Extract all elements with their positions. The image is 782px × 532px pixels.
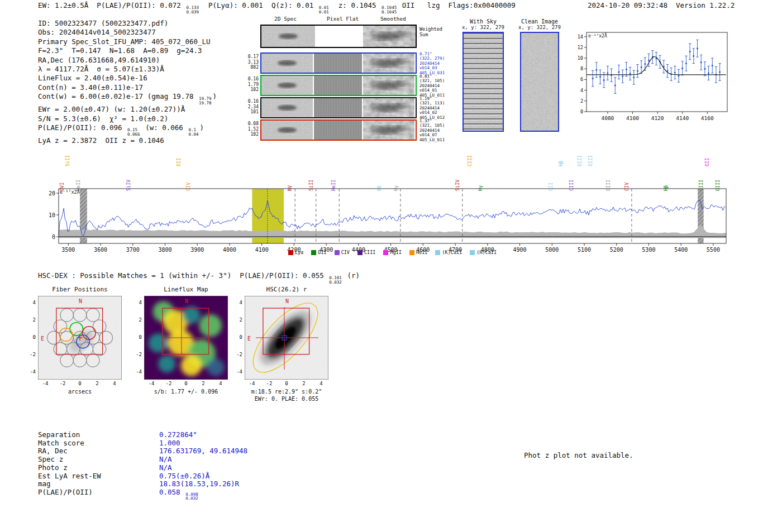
panel-plot: NE: [38, 296, 122, 380]
match-row: P(LAE)/P(OII)0.058 0.0980.032: [38, 488, 247, 501]
legend-label: OII: [318, 250, 326, 255]
spectrum-plot: 3500360037003800390040004100420043004400…: [49, 189, 726, 253]
legend-label: MgII: [390, 250, 401, 255]
legend-label: CIII: [364, 250, 375, 255]
x-axis-tick-label: 4: [109, 381, 120, 386]
svg-text:0: 0: [52, 234, 55, 240]
compass-east: E: [247, 336, 251, 342]
match-row: Spec zN/A: [38, 456, 247, 464]
y-axis-tick-label: 2: [128, 317, 142, 323]
full-spectrum-chart: 3500360037003800390040004100420043004400…: [32, 188, 731, 256]
legend-item: CIV: [335, 250, 350, 255]
legend-swatch: [311, 250, 316, 255]
spectral-line-label: OIII: [588, 155, 593, 166]
y-axis-tick-label: -4: [229, 369, 242, 375]
spectral-line-label: Hβ: [558, 161, 564, 166]
text-segment: HSC-DEX : Possible Matches = 1 (within +…: [38, 271, 328, 280]
panel-plot: NE: [245, 296, 328, 380]
legend-label: Lyα: [295, 250, 303, 255]
y-axis-tick-label: 2: [22, 317, 36, 323]
match-row: Match score1.000: [38, 439, 247, 448]
match-field-value: 18.83(18.53,19.26)R: [159, 480, 239, 488]
y-axis-tick-label: -2: [22, 352, 36, 357]
y-axis-tick-label: -4: [22, 369, 36, 375]
match-field-label: Est LyA rest-EW: [38, 472, 159, 481]
x-axis-tick-label: 4: [215, 381, 226, 386]
match-field-label: Match score: [38, 439, 159, 448]
panel-title: HSC(26.2) r: [245, 286, 328, 293]
legend-item: (H)CaII: [470, 250, 497, 255]
match-table: Separation0.272864"Match score1.000RA, D…: [38, 431, 247, 501]
legend-swatch: [335, 250, 340, 255]
y-axis-tick-label: 0: [22, 334, 36, 340]
y-axis-tick-label: 4: [229, 300, 242, 305]
match-field-label: RA, Dec: [38, 447, 159, 456]
text-segment: 1.000: [159, 439, 180, 447]
match-field-value: 0.75(±0.26)Å: [159, 472, 209, 480]
x-axis-label: arcsecs: [32, 389, 127, 395]
svg-text:10: 10: [49, 212, 55, 218]
match-field-value: 1.000: [159, 439, 180, 447]
match-field-label: Photo z: [38, 464, 159, 472]
legend-swatch: [409, 250, 414, 255]
y-axis-tick-label: 4: [128, 300, 142, 305]
x-axis-tick-label: 0: [180, 381, 192, 386]
compass-north: N: [79, 298, 82, 304]
spectral-line-label: OII: [176, 158, 182, 166]
hsc-match-header: HSC-DEX : Possible Matches = 1 (within +…: [38, 271, 360, 284]
hsc-image-panel: HSC(26.2) rNE420-2-4-4-2024m:18.5 re:2.9…: [228, 285, 345, 405]
panel-caption: m:18.5 re:2.9" s:0.2": [239, 389, 334, 395]
x-axis-tick-label: 4: [316, 381, 327, 386]
legend-item: HeII: [409, 250, 427, 255]
spectral-line-label: CIII: [467, 155, 473, 166]
text-segment: 0.058: [159, 488, 184, 496]
x-axis-tick-label: -4: [40, 381, 51, 386]
spectral-line-label: OII: [704, 158, 710, 166]
spectral-line-label: OIII: [577, 155, 583, 166]
legend-swatch: [435, 250, 440, 255]
legend-label: CIV: [341, 250, 350, 255]
legend-item: MgII: [383, 250, 401, 255]
lineflux-map-panel: Lineflux MapN420-2-4-4-2024s/b: 1.77 +/-…: [127, 285, 245, 405]
svg-text:20: 20: [49, 190, 55, 196]
match-field-label: Spec z: [38, 456, 159, 464]
uncertainty-range: 0.0980.032: [185, 492, 198, 501]
panel-caption: s/b: 1.77 +/- 0.096: [139, 389, 233, 395]
y-axis-tick-label: -2: [128, 352, 142, 357]
y-axis-tick-label: 4: [22, 300, 36, 305]
lower-bound: 0.032: [329, 280, 342, 285]
match-field-value: N/A: [159, 455, 172, 463]
x-axis-tick-label: 2: [198, 381, 209, 386]
legend-swatch: [383, 250, 388, 255]
panel-plot: N: [144, 296, 228, 380]
lower-bound: 0.032: [185, 496, 198, 501]
legend-swatch: [288, 250, 293, 255]
legend-item: CIII: [357, 250, 375, 255]
legend-swatch: [357, 250, 363, 255]
text-segment: N/A: [159, 455, 172, 463]
compass-north: N: [185, 298, 188, 304]
compass-east: E: [41, 336, 44, 342]
match-field-label: mag: [38, 480, 159, 488]
match-row: RA, Dec176.631769, 49.614948: [38, 447, 247, 456]
text-segment: (r): [343, 271, 360, 280]
error-band: [59, 225, 726, 238]
legend-label: (H)CaII: [476, 250, 497, 255]
text-segment: 0.75(±0.26)Å: [159, 472, 209, 480]
x-axis-tick-label: 0: [74, 381, 85, 386]
match-field-label: P(LAE)/P(OII): [38, 488, 159, 497]
match-field-value: N/A: [159, 463, 172, 472]
text-segment: 18.83(18.53,19.26)R: [159, 480, 239, 488]
match-row: Photo zN/A: [38, 464, 247, 472]
svg-text:e⁻¹⁷x2Å: e⁻¹⁷x2Å: [60, 189, 80, 195]
fiber-positions-panel: Fiber PositionsNE420-2-4-4-2024arcsecs: [21, 285, 139, 405]
match-row: Est LyA rest-EW0.75(±0.26)Å: [38, 472, 247, 481]
match-field-value: 176.631769, 49.614948: [159, 447, 247, 455]
y-axis-tick-label: 0: [229, 334, 242, 340]
legend-label: HeII: [416, 250, 427, 255]
x-axis-tick-label: 2: [92, 381, 103, 386]
x-axis-tick-label: 2: [298, 381, 309, 386]
spectral-line-label: SiII: [65, 155, 70, 166]
panel-title: Lineflux Map: [144, 286, 228, 293]
text-segment: N/A: [159, 463, 172, 472]
